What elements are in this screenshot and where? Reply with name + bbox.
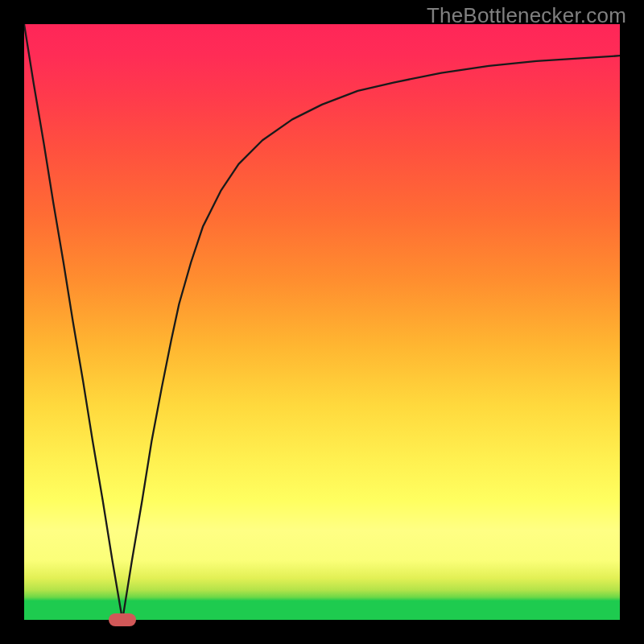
optimum-marker <box>109 613 136 626</box>
bottleneck-curve <box>24 24 620 620</box>
plot-area <box>24 24 620 620</box>
chart-frame: TheBottlenecker.com <box>0 0 644 644</box>
